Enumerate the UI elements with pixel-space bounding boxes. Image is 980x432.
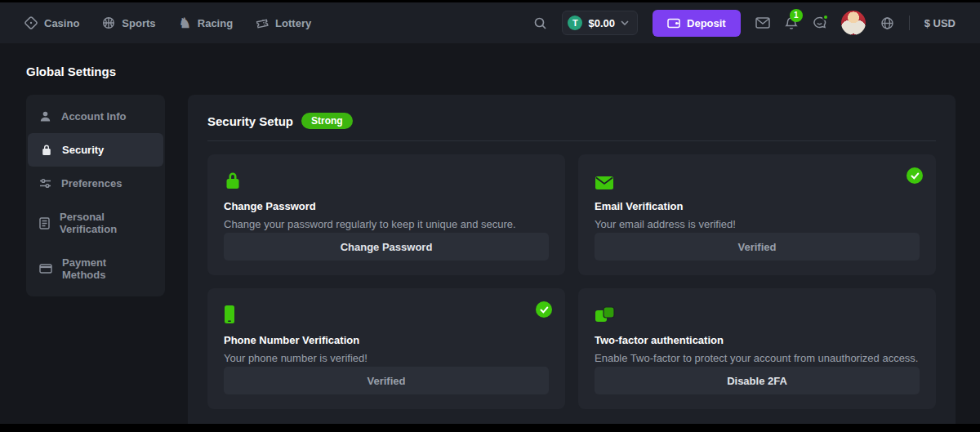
security-card-phone-verification: Phone Number Verification Your phone num… <box>207 288 565 409</box>
basketball-icon <box>102 16 115 29</box>
divider <box>909 16 910 30</box>
wallet-icon <box>667 17 680 29</box>
nav-item-lottery[interactable]: Lottery <box>256 16 311 29</box>
balance-amount: $0.00 <box>588 17 615 29</box>
card-title: Two-factor authentication <box>595 334 920 346</box>
sidebar-item-label: Account Info <box>61 110 126 122</box>
user-icon <box>39 110 51 122</box>
chevron-down-icon <box>621 20 629 25</box>
deposit-button[interactable]: Deposit <box>653 10 741 37</box>
sidebar-item-label: Preferences <box>61 177 122 189</box>
card-description: Enable Two-factor to protect your accoun… <box>595 352 920 364</box>
nav-item-label: Racing <box>198 17 233 29</box>
security-card-two-factor: Two-factor authentication Enable Two-fac… <box>578 288 936 409</box>
sliders-icon <box>39 178 51 189</box>
notification-badge: 1 <box>790 9 803 22</box>
sidebar-item-payment-methods[interactable]: Payment Methods <box>26 246 165 292</box>
security-card-grid: Change Password Change your password reg… <box>207 154 936 409</box>
navbar-actions: T $0.00 Deposit <box>533 10 956 37</box>
deposit-label: Deposit <box>687 17 726 29</box>
settings-sidebar: Account Info Security Preferences <box>26 95 165 296</box>
dice-icon <box>24 16 38 29</box>
notifications-button[interactable]: 1 <box>785 16 798 30</box>
security-setup-panel: Security Setup Strong Change Password Ch… <box>188 95 956 424</box>
strength-badge: Strong <box>301 113 353 129</box>
nav-item-sports[interactable]: Sports <box>102 16 155 29</box>
app-window: Casino Sports ♞ Racing Lottery <box>0 2 980 424</box>
search-button[interactable] <box>533 16 547 30</box>
disable-2fa-button[interactable]: Disable 2FA <box>595 367 920 394</box>
verified-check-icon <box>536 301 552 318</box>
horse-icon: ♞ <box>179 16 191 30</box>
page-title: Global Settings <box>26 65 956 78</box>
card-description: Change your password regularly to keep i… <box>224 218 549 230</box>
chat-online-dot <box>822 14 829 20</box>
card-title: Email Verification <box>595 200 920 212</box>
search-icon <box>533 16 547 30</box>
avatar[interactable] <box>841 11 866 35</box>
security-card-email-verification: Email Verification Your email address is… <box>578 154 936 275</box>
mail-icon <box>755 17 770 29</box>
main-nav: Casino Sports ♞ Racing Lottery <box>24 16 311 30</box>
sidebar-item-label: Security <box>62 144 104 156</box>
document-icon <box>39 217 50 229</box>
globe-icon <box>880 16 894 30</box>
card-title: Phone Number Verification <box>224 334 549 346</box>
divider <box>207 140 936 141</box>
currency-selector[interactable]: $ USD <box>924 17 956 29</box>
card-description: Your email address is verified! <box>595 218 920 230</box>
change-password-button[interactable]: Change Password <box>224 233 549 261</box>
phone-verified-button[interactable]: Verified <box>224 367 549 394</box>
nav-item-label: Lottery <box>275 17 311 29</box>
sidebar-item-account-info[interactable]: Account Info <box>26 100 165 133</box>
sidebar-item-personal-verification[interactable]: Personal Verification <box>26 200 165 246</box>
padlock-icon <box>224 169 549 190</box>
settings-page: Global Settings Account Info Security <box>0 43 980 424</box>
balance-dropdown[interactable]: T $0.00 <box>562 11 638 35</box>
ticket-icon <box>256 16 269 29</box>
top-navbar: Casino Sports ♞ Racing Lottery <box>0 2 980 43</box>
sidebar-item-preferences[interactable]: Preferences <box>26 167 165 200</box>
verified-check-icon <box>906 167 923 184</box>
language-button[interactable] <box>880 16 894 30</box>
nav-item-label: Casino <box>44 17 79 29</box>
phone-icon <box>224 303 549 324</box>
card-icon <box>39 264 52 274</box>
sidebar-item-label: Personal Verification <box>60 211 152 235</box>
nav-item-racing[interactable]: ♞ Racing <box>179 16 234 30</box>
lock-icon <box>41 144 52 156</box>
sidebar-item-security[interactable]: Security <box>28 133 163 167</box>
nav-item-casino[interactable]: Casino <box>24 16 79 29</box>
tether-icon: T <box>568 16 582 30</box>
cubes-icon <box>595 303 920 324</box>
envelope-icon <box>595 169 920 190</box>
nav-item-label: Sports <box>122 17 155 29</box>
panel-title: Security Setup <box>207 114 293 128</box>
security-card-change-password: Change Password Change your password reg… <box>207 154 565 275</box>
messages-button[interactable] <box>755 17 770 29</box>
page: Casino Sports ♞ Racing Lottery <box>0 0 980 432</box>
chat-button[interactable] <box>813 16 826 29</box>
sidebar-item-label: Payment Methods <box>62 256 152 281</box>
card-title: Change Password <box>224 200 549 212</box>
card-description: Your phone number is verified! <box>224 352 549 364</box>
email-verified-button[interactable]: Verified <box>595 233 920 261</box>
